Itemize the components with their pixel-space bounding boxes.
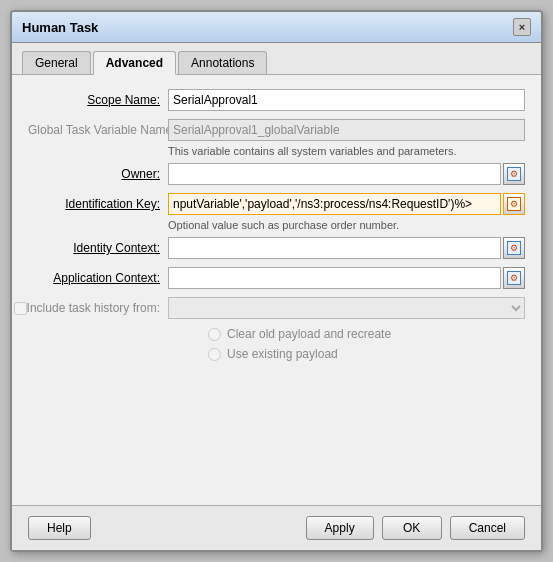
global-task-var-label: Global Task Variable Name:	[28, 123, 168, 137]
footer-action-buttons: Apply OK Cancel	[306, 516, 525, 540]
include-task-history-row: Include task history from:	[28, 297, 525, 319]
application-context-input[interactable]	[168, 267, 501, 289]
application-context-picker-icon	[507, 271, 521, 285]
global-task-var-hint: This variable contains all system variab…	[168, 145, 525, 157]
clear-payload-radio-row: Clear old payload and recreate	[208, 327, 525, 341]
scope-name-input[interactable]	[168, 89, 525, 111]
identification-key-icon-button[interactable]	[503, 193, 525, 215]
help-button[interactable]: Help	[28, 516, 91, 540]
tab-content-advanced: Scope Name: Global Task Variable Name: T…	[12, 75, 541, 505]
dialog-title-text: Human Task	[22, 20, 98, 35]
identification-key-picker-icon	[507, 197, 521, 211]
close-button[interactable]: ×	[513, 18, 531, 36]
tab-annotations[interactable]: Annotations	[178, 51, 267, 74]
cancel-button[interactable]: Cancel	[450, 516, 525, 540]
apply-button[interactable]: Apply	[306, 516, 374, 540]
dialog-footer: Help Apply OK Cancel	[12, 505, 541, 550]
close-icon: ×	[519, 21, 525, 33]
tab-general[interactable]: General	[22, 51, 91, 74]
owner-icon-button[interactable]	[503, 163, 525, 185]
application-context-label: Application Context:	[28, 271, 168, 285]
identity-context-icon-button[interactable]	[503, 237, 525, 259]
include-task-history-label: Include task history from:	[27, 301, 160, 315]
clear-payload-radio	[208, 328, 221, 341]
use-existing-payload-radio-row: Use existing payload	[208, 347, 525, 361]
include-task-history-select	[168, 297, 525, 319]
identity-context-picker-icon	[507, 241, 521, 255]
owner-label: Owner:	[28, 167, 168, 181]
owner-row: Owner:	[28, 163, 525, 185]
ok-button[interactable]: OK	[382, 516, 442, 540]
owner-picker-icon	[507, 167, 521, 181]
identity-context-label: Identity Context:	[28, 241, 168, 255]
use-existing-payload-radio	[208, 348, 221, 361]
payload-radio-group: Clear old payload and recreate Use exist…	[208, 327, 525, 361]
identity-context-row: Identity Context:	[28, 237, 525, 259]
owner-input[interactable]	[168, 163, 501, 185]
identification-key-hint: Optional value such as purchase order nu…	[168, 219, 525, 231]
tab-bar: General Advanced Annotations	[12, 43, 541, 75]
scope-name-row: Scope Name:	[28, 89, 525, 111]
application-context-icon-button[interactable]	[503, 267, 525, 289]
include-task-history-checkbox[interactable]	[14, 302, 27, 315]
application-context-row: Application Context:	[28, 267, 525, 289]
use-existing-payload-label: Use existing payload	[227, 347, 338, 361]
clear-payload-label: Clear old payload and recreate	[227, 327, 391, 341]
dialog-title-bar: Human Task ×	[12, 12, 541, 43]
global-task-var-input	[168, 119, 525, 141]
human-task-dialog: Human Task × General Advanced Annotation…	[10, 10, 543, 552]
identity-context-input[interactable]	[168, 237, 501, 259]
tab-advanced[interactable]: Advanced	[93, 51, 176, 75]
identification-key-input[interactable]	[168, 193, 501, 215]
identification-key-row: Identification Key:	[28, 193, 525, 215]
global-task-var-row: Global Task Variable Name:	[28, 119, 525, 141]
identification-key-label: Identification Key:	[28, 197, 168, 211]
scope-name-label: Scope Name:	[28, 93, 168, 107]
